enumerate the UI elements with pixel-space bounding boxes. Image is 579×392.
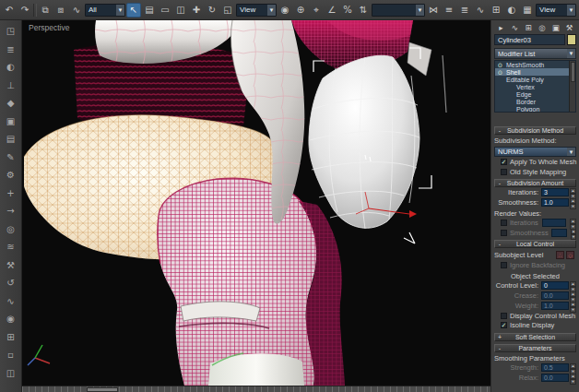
- control-level-field[interactable]: 0: [541, 281, 569, 290]
- object-name-field[interactable]: Cylinder03: [494, 34, 565, 45]
- tab-modify[interactable]: ∿: [509, 22, 521, 33]
- render-type-dropdown[interactable]: View ▼: [536, 4, 576, 17]
- spinner-arrows[interactable]: ▲▼: [570, 281, 576, 290]
- ignore-backfacing-checkbox[interactable]: ✓ Ignore Backfacing: [494, 261, 576, 270]
- spinner-arrows[interactable]: ▲▼: [570, 363, 576, 372]
- chevron-down-icon[interactable]: ▼: [567, 148, 575, 156]
- left-toolbar-button-10[interactable]: +: [2, 184, 20, 203]
- select-and-link-button[interactable]: ⧉ ▼: [38, 3, 53, 18]
- toolbar-separator[interactable]: ▼: [33, 4, 37, 17]
- layer-manager-button[interactable]: ≣ ▼: [457, 3, 472, 18]
- viewport-canvas[interactable]: [22, 20, 490, 386]
- chevron-down-icon[interactable]: ▼: [567, 5, 575, 16]
- reference-coordinate-dropdown[interactable]: View ▼: [236, 4, 277, 17]
- left-toolbar-button-3[interactable]: ◐: [2, 58, 20, 77]
- rollout-subdivision-amount[interactable]: - Subdivision Amount: [494, 179, 576, 187]
- left-toolbar-button-12[interactable]: ◎: [2, 220, 20, 239]
- iterations-field[interactable]: 3: [541, 188, 569, 196]
- spinner-arrows[interactable]: ▲▼: [570, 219, 576, 227]
- spinner-arrows[interactable]: ▲▼: [571, 229, 576, 237]
- chevron-down-icon[interactable]: ▼: [567, 49, 575, 58]
- left-toolbar-button-14[interactable]: ⚒: [2, 256, 20, 275]
- stack-row-edge[interactable]: Edge: [495, 90, 569, 98]
- left-toolbar-button-9[interactable]: ⚙: [2, 166, 20, 184]
- curve-editor-button[interactable]: ∿ ▼: [473, 3, 488, 18]
- spinner-arrows[interactable]: ▲▼: [570, 374, 576, 382]
- spinner-snap-button[interactable]: ⇅ ▼: [356, 3, 371, 18]
- subobject-edge-icon[interactable]: ◇: [566, 251, 574, 259]
- object-color-swatch[interactable]: [567, 34, 576, 45]
- select-and-move-button[interactable]: ✚ ▼: [189, 3, 204, 18]
- checkbox-box[interactable]: ✓: [501, 169, 507, 175]
- rollout-state-icon[interactable]: -: [495, 345, 504, 351]
- left-toolbar-button-16[interactable]: ∿: [2, 292, 20, 311]
- tab-motion[interactable]: ◎: [536, 22, 548, 33]
- relax-field[interactable]: 0.0: [541, 374, 569, 382]
- angle-snap-button[interactable]: ∠ ▼: [325, 3, 339, 18]
- track-bar[interactable]: [22, 386, 490, 392]
- track-bar-thumb[interactable]: [87, 387, 118, 392]
- rollout-state-icon[interactable]: -: [495, 180, 504, 186]
- left-toolbar-button-13[interactable]: ≋: [2, 238, 20, 256]
- left-toolbar-button-4[interactable]: ⊥: [2, 77, 20, 95]
- spinner-arrows[interactable]: ▲▼: [570, 198, 576, 207]
- bulb-icon[interactable]: ʘ: [498, 62, 504, 68]
- left-toolbar-button-18[interactable]: ⊞: [2, 328, 20, 347]
- isoline-display-checkbox[interactable]: ✓ Isoline Display: [494, 321, 576, 330]
- left-toolbar-button-7[interactable]: ▤: [2, 130, 20, 148]
- chevron-down-icon[interactable]: ▼: [416, 5, 424, 16]
- left-toolbar-button-15[interactable]: ↺: [2, 274, 20, 292]
- stack-row-polygon[interactable]: Polygon: [495, 105, 569, 113]
- stack-row-shell[interactable]: ʘ Shell: [495, 68, 569, 76]
- select-object-button[interactable]: ↖ ▼: [126, 3, 141, 18]
- checkbox-box[interactable]: ✓: [501, 230, 507, 236]
- spinner-arrows[interactable]: ▲▼: [570, 302, 576, 310]
- smoothness-field[interactable]: 1.0: [541, 198, 569, 207]
- bind-to-spacewarp-button[interactable]: ∿ ▼: [69, 3, 84, 18]
- rollout-soft-selection[interactable]: + Soft Selection: [494, 333, 576, 341]
- stack-row-border[interactable]: Border: [495, 98, 569, 105]
- perspective-viewport[interactable]: Perspective: [22, 20, 490, 386]
- window-crossing-button[interactable]: ◫ ▼: [173, 3, 188, 18]
- unlink-selection-button[interactable]: ⧈ ▼: [53, 3, 68, 18]
- undo-button[interactable]: ↶ ▼: [2, 3, 17, 18]
- left-toolbar-button-8[interactable]: ✎: [2, 148, 20, 167]
- mirror-button[interactable]: ⋈ ▼: [426, 3, 441, 18]
- checkbox-box[interactable]: ✓: [501, 159, 507, 165]
- stack-scrollbar-thumb[interactable]: [571, 62, 575, 82]
- spinner-arrows[interactable]: ▲▼: [570, 291, 576, 300]
- left-toolbar-button-19[interactable]: ▫: [2, 346, 20, 364]
- tab-hierarchy[interactable]: ⊞: [523, 22, 535, 33]
- tab-create[interactable]: ▸: [495, 22, 507, 33]
- subobject-vertex-icon[interactable]: ∴: [556, 251, 564, 259]
- strength-field[interactable]: 0.5: [541, 363, 569, 372]
- left-toolbar-button-5[interactable]: ◆: [2, 94, 20, 113]
- select-and-manipulate-button[interactable]: ⊕ ▼: [293, 3, 308, 18]
- align-button[interactable]: ≡ ▼: [442, 3, 456, 18]
- percent-snap-button[interactable]: % ▼: [340, 3, 355, 18]
- apply-whole-mesh-checkbox[interactable]: ✓ Apply To Whole Mesh: [494, 158, 576, 167]
- rollout-subdivision-method[interactable]: - Subdivision Method: [494, 126, 576, 135]
- left-toolbar-button-2[interactable]: ≣: [2, 41, 20, 59]
- rollout-state-icon[interactable]: +: [495, 334, 504, 340]
- redo-button[interactable]: ↷ ▼: [18, 3, 32, 18]
- left-toolbar-button-11[interactable]: →: [2, 202, 20, 220]
- subdivision-method-dropdown[interactable]: NURMS ▼: [494, 147, 576, 157]
- old-style-mapping-checkbox[interactable]: ✓ Old Style Mapping: [494, 168, 576, 177]
- left-toolbar-button-20[interactable]: ◫: [2, 364, 20, 383]
- display-control-mesh-checkbox[interactable]: ✓ Display Control Mesh: [494, 312, 576, 321]
- tab-utilities[interactable]: ⚒: [563, 22, 575, 33]
- checkbox-box[interactable]: ✓: [501, 313, 507, 319]
- select-and-rotate-button[interactable]: ↻ ▼: [205, 3, 219, 18]
- select-and-scale-button[interactable]: ◱ ▼: [220, 3, 235, 18]
- checkbox-box[interactable]: ✓: [501, 220, 507, 226]
- checkbox-box[interactable]: ✓: [501, 262, 507, 268]
- weight-field[interactable]: 1.0: [541, 302, 569, 310]
- material-editor-button[interactable]: ◐ ▼: [504, 3, 519, 18]
- rollout-state-icon[interactable]: -: [495, 127, 504, 134]
- viewport-label[interactable]: Perspective: [29, 23, 69, 32]
- rollout-parameters[interactable]: - Parameters: [494, 344, 576, 352]
- modifier-list-dropdown[interactable]: Modifier List ▼: [494, 48, 576, 59]
- selection-filter-dropdown[interactable]: All ▼: [85, 4, 125, 17]
- spinner-arrows[interactable]: ▲▼: [570, 188, 576, 196]
